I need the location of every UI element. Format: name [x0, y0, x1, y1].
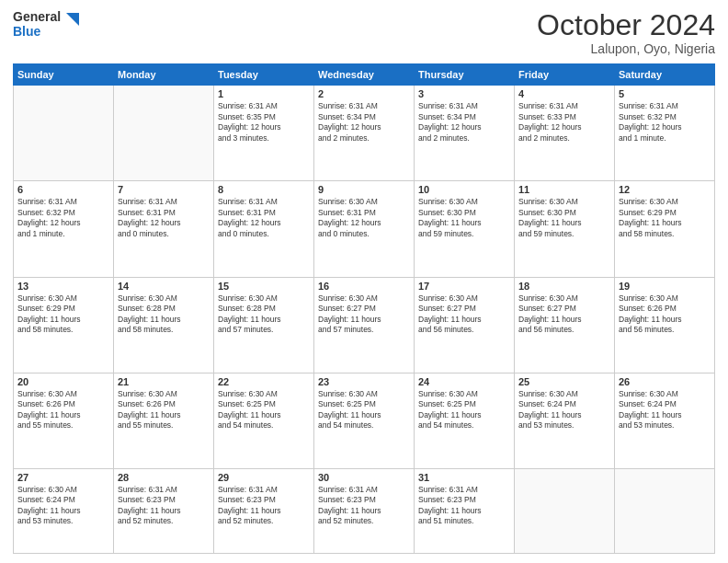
day-info: Sunrise: 6:30 AM Sunset: 6:24 PM Dayligh… — [17, 485, 109, 527]
day-info: Sunrise: 6:31 AM Sunset: 6:23 PM Dayligh… — [318, 485, 410, 527]
weekday-header-friday: Friday — [515, 64, 615, 86]
day-info: Sunrise: 6:30 AM Sunset: 6:25 PM Dayligh… — [318, 389, 410, 431]
day-number: 20 — [17, 376, 109, 387]
day-number: 10 — [418, 184, 510, 195]
day-info: Sunrise: 6:30 AM Sunset: 6:25 PM Dayligh… — [218, 389, 310, 431]
day-number: 8 — [218, 184, 310, 195]
calendar-cell: 10Sunrise: 6:30 AM Sunset: 6:30 PM Dayli… — [415, 181, 515, 277]
calendar-cell: 13Sunrise: 6:30 AM Sunset: 6:29 PM Dayli… — [14, 277, 114, 373]
week-row-0: 1Sunrise: 6:31 AM Sunset: 6:35 PM Daylig… — [14, 86, 715, 181]
calendar-cell: 11Sunrise: 6:30 AM Sunset: 6:30 PM Dayli… — [515, 181, 615, 277]
day-info: Sunrise: 6:30 AM Sunset: 6:31 PM Dayligh… — [318, 197, 410, 239]
day-info: Sunrise: 6:30 AM Sunset: 6:30 PM Dayligh… — [518, 197, 610, 239]
day-number: 4 — [518, 88, 610, 99]
day-number: 13 — [17, 281, 109, 292]
header: General Blue October 2024 Lalupon, Oyo, … — [13, 9, 715, 56]
calendar-cell: 8Sunrise: 6:31 AM Sunset: 6:31 PM Daylig… — [214, 181, 314, 277]
day-number: 21 — [118, 376, 210, 387]
weekday-header-tuesday: Tuesday — [214, 64, 314, 86]
calendar-cell: 29Sunrise: 6:31 AM Sunset: 6:23 PM Dayli… — [214, 469, 314, 554]
day-number: 5 — [619, 88, 711, 99]
day-info: Sunrise: 6:30 AM Sunset: 6:27 PM Dayligh… — [518, 293, 610, 336]
day-number: 3 — [418, 88, 510, 99]
day-info: Sunrise: 6:31 AM Sunset: 6:32 PM Dayligh… — [619, 101, 711, 144]
calendar-cell — [515, 469, 615, 554]
day-info: Sunrise: 6:31 AM Sunset: 6:32 PM Dayligh… — [17, 197, 109, 239]
day-number: 16 — [318, 281, 410, 292]
day-number: 7 — [118, 184, 210, 195]
day-number: 30 — [318, 472, 410, 483]
day-info: Sunrise: 6:31 AM Sunset: 6:31 PM Dayligh… — [118, 197, 210, 239]
calendar-cell: 26Sunrise: 6:30 AM Sunset: 6:24 PM Dayli… — [615, 373, 715, 468]
calendar-cell: 25Sunrise: 6:30 AM Sunset: 6:24 PM Dayli… — [515, 373, 615, 468]
day-info: Sunrise: 6:31 AM Sunset: 6:31 PM Dayligh… — [218, 197, 310, 239]
page: General Blue October 2024 Lalupon, Oyo, … — [0, 0, 728, 563]
day-number: 23 — [318, 376, 410, 387]
calendar-cell: 28Sunrise: 6:31 AM Sunset: 6:23 PM Dayli… — [114, 469, 214, 554]
calendar-cell: 15Sunrise: 6:30 AM Sunset: 6:28 PM Dayli… — [214, 277, 314, 373]
calendar-cell: 30Sunrise: 6:31 AM Sunset: 6:23 PM Dayli… — [314, 469, 415, 554]
day-info: Sunrise: 6:30 AM Sunset: 6:27 PM Dayligh… — [418, 293, 510, 336]
day-number: 2 — [318, 88, 410, 99]
calendar-cell: 5Sunrise: 6:31 AM Sunset: 6:32 PM Daylig… — [615, 86, 715, 181]
day-info: Sunrise: 6:31 AM Sunset: 6:34 PM Dayligh… — [418, 101, 510, 144]
day-number: 24 — [418, 376, 510, 387]
day-number: 15 — [218, 281, 310, 292]
calendar-table: SundayMondayTuesdayWednesdayThursdayFrid… — [13, 63, 715, 554]
calendar-cell: 9Sunrise: 6:30 AM Sunset: 6:31 PM Daylig… — [314, 181, 415, 277]
calendar-cell: 19Sunrise: 6:30 AM Sunset: 6:26 PM Dayli… — [615, 277, 715, 373]
day-info: Sunrise: 6:30 AM Sunset: 6:25 PM Dayligh… — [418, 389, 510, 431]
logo: General Blue — [13, 9, 81, 39]
calendar-cell: 4Sunrise: 6:31 AM Sunset: 6:33 PM Daylig… — [515, 86, 615, 181]
day-info: Sunrise: 6:31 AM Sunset: 6:23 PM Dayligh… — [118, 485, 210, 527]
calendar-cell: 23Sunrise: 6:30 AM Sunset: 6:25 PM Dayli… — [314, 373, 415, 468]
calendar-cell: 16Sunrise: 6:30 AM Sunset: 6:27 PM Dayli… — [314, 277, 415, 373]
calendar-cell: 12Sunrise: 6:30 AM Sunset: 6:29 PM Dayli… — [615, 181, 715, 277]
day-number: 6 — [17, 184, 109, 195]
weekday-header-row: SundayMondayTuesdayWednesdayThursdayFrid… — [14, 64, 715, 86]
logo-blue: Blue — [13, 24, 61, 39]
calendar-cell: 18Sunrise: 6:30 AM Sunset: 6:27 PM Dayli… — [515, 277, 615, 373]
day-number: 19 — [619, 281, 711, 292]
day-number: 17 — [418, 281, 510, 292]
calendar-cell: 6Sunrise: 6:31 AM Sunset: 6:32 PM Daylig… — [14, 181, 114, 277]
day-number: 14 — [118, 281, 210, 292]
calendar-cell: 20Sunrise: 6:30 AM Sunset: 6:26 PM Dayli… — [14, 373, 114, 468]
day-info: Sunrise: 6:30 AM Sunset: 6:29 PM Dayligh… — [17, 293, 109, 336]
day-info: Sunrise: 6:30 AM Sunset: 6:24 PM Dayligh… — [518, 389, 610, 431]
calendar-cell: 22Sunrise: 6:30 AM Sunset: 6:25 PM Dayli… — [214, 373, 314, 468]
calendar-cell: 1Sunrise: 6:31 AM Sunset: 6:35 PM Daylig… — [214, 86, 314, 181]
day-info: Sunrise: 6:31 AM Sunset: 6:34 PM Dayligh… — [318, 101, 410, 144]
day-number: 27 — [17, 472, 109, 483]
day-number: 9 — [318, 184, 410, 195]
weekday-header-wednesday: Wednesday — [314, 64, 415, 86]
day-number: 12 — [619, 184, 711, 195]
day-info: Sunrise: 6:31 AM Sunset: 6:23 PM Dayligh… — [418, 485, 510, 527]
calendar-cell: 21Sunrise: 6:30 AM Sunset: 6:26 PM Dayli… — [114, 373, 214, 468]
calendar-cell: 3Sunrise: 6:31 AM Sunset: 6:34 PM Daylig… — [415, 86, 515, 181]
day-number: 22 — [218, 376, 310, 387]
day-number: 25 — [518, 376, 610, 387]
day-number: 18 — [518, 281, 610, 292]
calendar-cell: 31Sunrise: 6:31 AM Sunset: 6:23 PM Dayli… — [415, 469, 515, 554]
day-info: Sunrise: 6:30 AM Sunset: 6:28 PM Dayligh… — [218, 293, 310, 336]
day-info: Sunrise: 6:31 AM Sunset: 6:23 PM Dayligh… — [218, 485, 310, 527]
week-row-3: 20Sunrise: 6:30 AM Sunset: 6:26 PM Dayli… — [14, 373, 715, 468]
day-number: 28 — [118, 472, 210, 483]
day-number: 11 — [518, 184, 610, 195]
day-info: Sunrise: 6:30 AM Sunset: 6:27 PM Dayligh… — [318, 293, 410, 336]
location-title: Lalupon, Oyo, Nigeria — [537, 41, 715, 56]
logo-arrow-icon — [63, 11, 81, 37]
calendar-cell: 24Sunrise: 6:30 AM Sunset: 6:25 PM Dayli… — [415, 373, 515, 468]
calendar-cell: 2Sunrise: 6:31 AM Sunset: 6:34 PM Daylig… — [314, 86, 415, 181]
month-title: October 2024 — [537, 9, 715, 41]
calendar-cell: 7Sunrise: 6:31 AM Sunset: 6:31 PM Daylig… — [114, 181, 214, 277]
day-info: Sunrise: 6:30 AM Sunset: 6:29 PM Dayligh… — [619, 197, 711, 239]
day-number: 29 — [218, 472, 310, 483]
day-info: Sunrise: 6:30 AM Sunset: 6:26 PM Dayligh… — [619, 293, 711, 336]
day-info: Sunrise: 6:30 AM Sunset: 6:24 PM Dayligh… — [619, 389, 711, 431]
day-info: Sunrise: 6:30 AM Sunset: 6:26 PM Dayligh… — [17, 389, 109, 431]
calendar-cell: 14Sunrise: 6:30 AM Sunset: 6:28 PM Dayli… — [114, 277, 214, 373]
title-block: October 2024 Lalupon, Oyo, Nigeria — [537, 9, 715, 56]
day-info: Sunrise: 6:31 AM Sunset: 6:33 PM Dayligh… — [518, 101, 610, 144]
